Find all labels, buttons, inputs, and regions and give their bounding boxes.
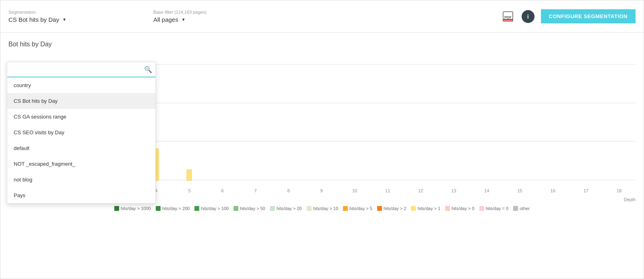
- page-wrapper: Segmentation CS Bot hits by Day ▼ Base f…: [0, 0, 644, 279]
- legend-label-11: other: [520, 206, 530, 211]
- dropdown-item-2[interactable]: CS GA sessions range: [7, 109, 155, 125]
- bar-group-13: [437, 64, 470, 181]
- dropdown-item-6[interactable]: not blog: [7, 172, 155, 187]
- legend-item-7[interactable]: hits/day > 2: [377, 206, 407, 211]
- base-filter-label: Base filter (114,163 pages): [153, 10, 274, 15]
- configure-segmentation-button[interactable]: CONFIGURE SEGMENTATION: [541, 9, 636, 23]
- legend-item-4[interactable]: hits/day > 20: [270, 206, 302, 211]
- legend-item-5[interactable]: hits/day > 10: [307, 206, 339, 211]
- base-filter-value: All pages: [153, 16, 178, 23]
- segmentation-dropdown-arrow: ▼: [62, 17, 66, 22]
- legend-item-9[interactable]: hits/day > 0: [445, 206, 475, 211]
- legend-item-3[interactable]: hits/day > 50: [233, 206, 265, 211]
- legend: hits/day > 1000hits/day > 200hits/day > …: [0, 203, 644, 215]
- base-filter-group: Base filter (114,163 pages) All pages ▼: [153, 10, 274, 23]
- legend-color-box-6: [343, 206, 348, 211]
- x-label-8: 8: [272, 188, 305, 193]
- legend-color-box-3: [233, 206, 238, 211]
- main-content: 🔍 countryCS Bot hits by DayCS GA session…: [0, 33, 644, 279]
- search-row: 🔍: [7, 62, 155, 77]
- bar-group-12: [404, 64, 437, 181]
- legend-color-box-11: [513, 206, 518, 211]
- legend-color-box-4: [270, 206, 275, 211]
- dropdown-item-4[interactable]: default: [7, 140, 155, 156]
- info-icon: i: [527, 13, 529, 20]
- legend-color-box-7: [377, 206, 382, 211]
- dropdown-item-1[interactable]: CS Bot hits by Day: [7, 93, 155, 109]
- bar-group-16: [537, 64, 570, 181]
- top-bar: Segmentation CS Bot hits by Day ▼ Base f…: [0, 0, 644, 33]
- dropdown-items-container: countryCS Bot hits by DayCS GA sessions …: [7, 77, 155, 203]
- legend-label-5: hits/day > 10: [313, 206, 339, 211]
- legend-color-box-2: [194, 206, 199, 211]
- legend-label-2: hits/day > 100: [201, 206, 229, 211]
- segmentation-select[interactable]: CS Bot hits by Day ▼: [8, 16, 137, 23]
- legend-item-8[interactable]: hits/day > 1: [411, 206, 440, 211]
- pdf-icon: PDF: [502, 11, 514, 22]
- bar-group-17: [570, 64, 603, 181]
- segmentation-value: CS Bot hits by Day: [8, 16, 59, 23]
- legend-item-10[interactable]: hits/day = 0: [479, 206, 509, 211]
- x-label-10: 10: [338, 188, 371, 193]
- pdf-icon-button[interactable]: PDF: [501, 9, 515, 24]
- x-label-6: 6: [206, 188, 239, 193]
- segmentation-label: Segmentation: [8, 10, 137, 15]
- legend-label-6: hits/day > 5: [349, 206, 372, 211]
- legend-label-9: hits/day > 0: [452, 206, 475, 211]
- x-label-5: 5: [173, 188, 206, 193]
- legend-label-10: hits/day = 0: [486, 206, 509, 211]
- svg-text:PDF: PDF: [504, 15, 512, 19]
- bar-group-6: [206, 64, 239, 181]
- x-label-14: 14: [470, 188, 503, 193]
- legend-color-box-10: [479, 206, 484, 211]
- legend-label-0: hits/day > 1000: [121, 206, 151, 211]
- svg-rect-2: [503, 19, 513, 21]
- bar-group-11: [371, 64, 404, 181]
- bar-group-8: [272, 64, 305, 181]
- dropdown-item-0[interactable]: country: [7, 77, 155, 93]
- base-filter-select[interactable]: All pages ▼: [153, 16, 274, 23]
- search-input[interactable]: [10, 64, 144, 75]
- bar-group-9: [305, 64, 338, 181]
- legend-color-box-8: [411, 206, 416, 211]
- legend-color-box-0: [114, 206, 119, 211]
- legend-label-4: hits/day > 20: [277, 206, 302, 211]
- x-label-16: 16: [537, 188, 570, 193]
- bar-group-10: [338, 64, 371, 181]
- x-label-18: 18: [603, 188, 636, 193]
- dropdown-item-3[interactable]: CS SEO visits by Day: [7, 125, 155, 140]
- dropdown-item-7[interactable]: Pays: [7, 187, 155, 203]
- bar-group-5: [173, 64, 206, 181]
- bar-5: [186, 169, 192, 181]
- legend-item-11[interactable]: other: [513, 206, 530, 211]
- legend-label-8: hits/day > 1: [417, 206, 440, 211]
- legend-color-box-1: [156, 206, 161, 211]
- x-label-7: 7: [239, 188, 272, 193]
- chart-title: Bot hits by Day: [8, 41, 636, 48]
- x-label-12: 12: [404, 188, 437, 193]
- filter-dropdown-arrow: ▼: [182, 17, 186, 22]
- x-label-13: 13: [437, 188, 470, 193]
- segmentation-dropdown-overlay: 🔍 countryCS Bot hits by DayCS GA session…: [7, 62, 156, 204]
- bar-group-7: [239, 64, 272, 181]
- bar-group-14: [470, 64, 503, 181]
- x-label-17: 17: [570, 188, 603, 193]
- legend-item-0[interactable]: hits/day > 1000: [114, 206, 151, 211]
- legend-label-7: hits/day > 2: [384, 206, 407, 211]
- legend-color-box-5: [307, 206, 312, 211]
- bar-group-18: [603, 64, 636, 181]
- x-label-15: 15: [504, 188, 537, 193]
- bar-group-15: [504, 64, 537, 181]
- legend-label-3: hits/day > 50: [240, 206, 265, 211]
- info-button[interactable]: i: [522, 10, 535, 23]
- legend-item-2[interactable]: hits/day > 100: [194, 206, 229, 211]
- segmentation-group: Segmentation CS Bot hits by Day ▼: [8, 10, 137, 23]
- x-label-9: 9: [305, 188, 338, 193]
- legend-item-6[interactable]: hits/day > 5: [343, 206, 372, 211]
- legend-color-box-9: [445, 206, 450, 211]
- x-label-11: 11: [371, 188, 404, 193]
- dropdown-item-5[interactable]: NOT _escaped_fragment_: [7, 156, 155, 172]
- legend-item-1[interactable]: hits/day > 200: [156, 206, 190, 211]
- search-icon: 🔍: [144, 66, 152, 73]
- top-bar-actions: PDF i CONFIGURE SEGMENTATION: [501, 9, 636, 24]
